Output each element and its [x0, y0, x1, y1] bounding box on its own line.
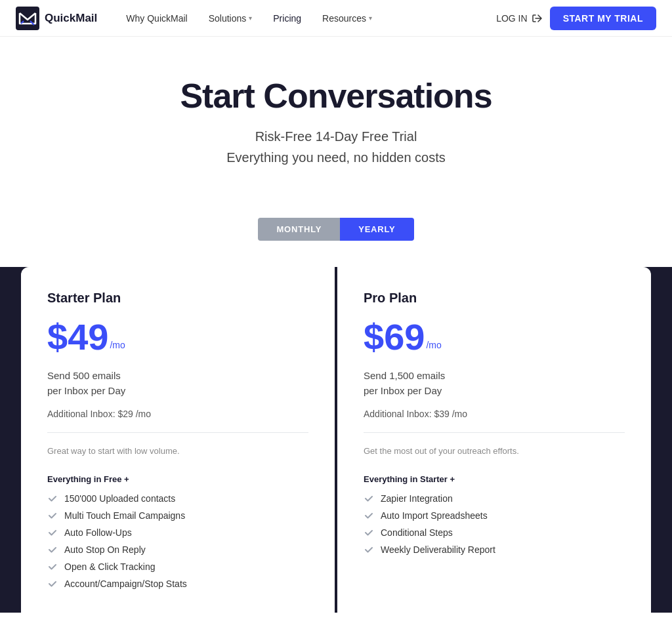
pricing-section: Starter Plan $49 /mo Send 500 emails per… [0, 267, 672, 613]
start-trial-button[interactable]: START MY TRIAL [550, 7, 656, 30]
chevron-down-icon: ▾ [249, 14, 252, 22]
login-button[interactable]: LOG IN [496, 13, 541, 24]
check-icon [47, 579, 58, 589]
pro-features-header: Everything in Starter + [364, 474, 625, 484]
pro-emails: Send 1,500 emails per Inbox per Day [364, 369, 625, 398]
list-item: Auto Import Spreadsheets [364, 510, 625, 521]
yearly-toggle-button[interactable]: YEARLY [340, 218, 413, 241]
list-item: Auto Stop On Reply [47, 544, 308, 555]
nav-actions: LOG IN START MY TRIAL [496, 7, 656, 30]
starter-tagline: Great way to start with low volume. [47, 446, 308, 456]
list-item: Multi Touch Email Campaigns [47, 510, 308, 521]
nav-item-resources[interactable]: Resources ▾ [314, 8, 380, 29]
billing-toggle: MONTHLY YEARLY [0, 218, 672, 241]
check-icon [364, 527, 374, 538]
starter-emails: Send 500 emails per Inbox per Day [47, 369, 308, 398]
check-icon [364, 493, 374, 504]
starter-features-header: Everything in Free + [47, 474, 308, 484]
pro-price-amount: $69 [364, 319, 425, 356]
monthly-toggle-button[interactable]: MONTHLY [258, 218, 340, 241]
check-icon [364, 510, 374, 521]
list-item: 150'000 Uploaded contacts [47, 493, 308, 504]
nav-links: Why QuickMail Solutions ▾ Pricing Resour… [118, 8, 496, 29]
chevron-down-icon: ▾ [369, 14, 372, 22]
starter-plan-card: Starter Plan $49 /mo Send 500 emails per… [21, 267, 335, 613]
pro-feature-list: Zapier Integration Auto Import Spreadshe… [364, 493, 625, 555]
logo-icon [16, 7, 39, 30]
list-item: Conditional Steps [364, 527, 625, 538]
nav-item-pricing[interactable]: Pricing [265, 8, 309, 29]
starter-additional: Additional Inbox: $29 /mo [47, 409, 308, 433]
starter-price-amount: $49 [47, 319, 108, 356]
list-item: Open & Click Tracking [47, 561, 308, 572]
starter-plan-name: Starter Plan [47, 291, 308, 306]
navigation: QuickMail Why QuickMail Solutions ▾ Pric… [0, 0, 672, 37]
check-icon [47, 561, 58, 572]
list-item: Account/Campaign/Stop Stats [47, 579, 308, 589]
pro-price-period: /mo [426, 340, 441, 350]
starter-price-period: /mo [110, 340, 125, 350]
pro-plan-price: $69 /mo [364, 319, 625, 356]
check-icon [47, 510, 58, 521]
check-icon [47, 527, 58, 538]
nav-item-solutions[interactable]: Solutions ▾ [201, 8, 261, 29]
starter-plan-price: $49 /mo [47, 319, 308, 356]
check-icon [364, 544, 374, 555]
check-icon [47, 544, 58, 555]
pro-tagline: Get the most out of your outreach effort… [364, 446, 625, 456]
pro-plan-name: Pro Plan [364, 291, 625, 306]
logo-text: QuickMail [45, 12, 97, 25]
hero-section: Start Conversations Risk-Free 14-Day Fre… [0, 37, 672, 194]
check-icon [47, 493, 58, 504]
hero-title: Start Conversations [16, 76, 656, 115]
login-icon [532, 13, 542, 24]
starter-feature-list: 150'000 Uploaded contacts Multi Touch Em… [47, 493, 308, 589]
pricing-cards: Starter Plan $49 /mo Send 500 emails per… [21, 267, 651, 613]
list-item: Auto Follow-Ups [47, 527, 308, 538]
list-item: Weekly Deliverability Report [364, 544, 625, 555]
pro-plan-card: Pro Plan $69 /mo Send 1,500 emails per I… [337, 267, 651, 613]
list-item: Zapier Integration [364, 493, 625, 504]
pro-additional: Additional Inbox: $39 /mo [364, 409, 625, 433]
logo[interactable]: QuickMail [16, 7, 97, 30]
hero-subtitle: Risk-Free 14-Day Free Trial Everything y… [16, 126, 656, 168]
nav-item-why-quickmail[interactable]: Why QuickMail [118, 8, 195, 29]
